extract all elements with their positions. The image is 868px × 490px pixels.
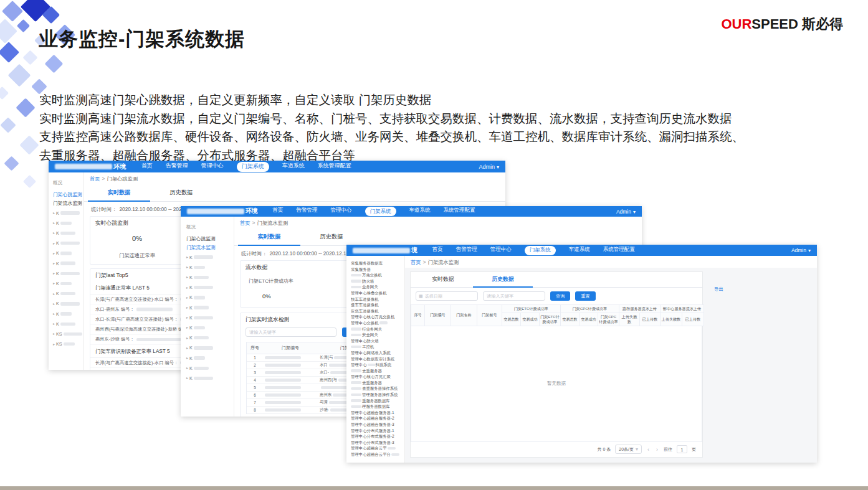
query-button[interactable]: 查询 [550,291,570,301]
nav-item[interactable]: 门架系统 [525,246,556,255]
device-sidebar-item[interactable]: 管理中心防火墙 [351,338,403,344]
reset-button[interactable]: 重置 [575,291,595,301]
device-sidebar-item[interactable]: 采集服务器 [351,266,403,273]
tab-history[interactable]: 历史数据 [473,272,533,288]
nav-item[interactable]: 首页 [273,207,284,216]
nav-item[interactable]: 车道系统 [569,246,590,255]
nav-item[interactable]: 门架系统 [365,207,396,216]
next-page-button[interactable]: › [655,446,659,453]
device-sidebar-item[interactable]: 管理中心网络准入系统 [351,350,403,356]
device-sidebar-item[interactable]: 管理中心超融合云平台 [351,451,403,458]
device-sidebar-item[interactable]: 管理中心超融合云平 [351,445,403,451]
device-sidebar-item[interactable]: 管理中心交换机 [351,320,403,326]
device-sidebar-item[interactable]: 安全网关 [351,332,403,338]
sidebar-item-redacted[interactable]: K [53,208,82,218]
admin-menu[interactable]: Admin [791,247,811,253]
tab-realtime[interactable]: 实时数据 [238,229,300,246]
sidebar-item-redacted[interactable]: K [186,343,232,353]
device-sidebar-item[interactable]: 管理中心堆叠交换机 [351,290,403,296]
nav-item[interactable]: 首页 [432,246,443,255]
device-sidebar-item[interactable]: 去重服务器 [351,368,403,374]
breadcrumb-home[interactable]: 首页 [90,176,100,182]
nav-item[interactable]: 告警管理 [297,207,318,216]
date-input[interactable] [425,294,475,298]
sidebar-item-redacted[interactable]: K [186,373,232,383]
sidebar-item-redacted[interactable]: K [186,323,232,332]
device-sidebar-item[interactable]: 管理中心超融合服务器-1 [351,410,403,416]
nav-item[interactable]: 首页 [141,162,153,172]
device-sidebar-item[interactable]: 理服务器数据库 [351,403,403,410]
export-link[interactable]: 导出 [714,286,723,293]
sidebar-item-redacted[interactable]: K [53,218,82,228]
device-sidebar-item[interactable]: 去重服务器操作系统 [351,385,403,392]
sidebar-item-redacted[interactable]: K [186,353,232,363]
nav-item[interactable]: 系统管理配置 [444,207,475,216]
tab-history[interactable]: 历史数据 [300,229,363,245]
tab-realtime[interactable]: 实时数据 [88,184,150,202]
breadcrumb-home[interactable]: 首页 [411,259,421,265]
sidebar-item-redacted[interactable]: K [53,299,82,309]
device-sidebar-item[interactable]: 管理中心超融合服务器-2 [351,415,403,422]
nav-item[interactable]: 系统管理配置 [318,162,351,172]
device-sidebar-item[interactable]: 管理中心分布式服务器-3 [351,440,403,446]
tab-realtime[interactable]: 实时数据 [413,272,473,287]
device-sidebar-item[interactable]: 行业务网关 [351,326,403,332]
sidebar-item-redacted[interactable]: K [53,248,82,258]
nav-item[interactable]: 管理中心 [490,246,512,255]
sidebar-item-redacted[interactable]: K [186,293,232,303]
nav-item[interactable]: 管理中心 [201,162,224,172]
device-sidebar-item[interactable]: 慢车车道摄像机 [351,302,403,308]
sidebar-menu-item[interactable]: 门架流水监测 [53,199,82,208]
sidebar-item-redacted[interactable]: KS [53,339,82,349]
sidebar-item-redacted[interactable]: K [186,333,232,343]
nav-item[interactable]: 管理中心 [331,207,352,216]
device-sidebar-item[interactable]: 管理中心分布式服务器-1 [351,428,403,434]
sidebar-item-redacted[interactable]: K [53,309,82,319]
sidebar-item-redacted[interactable]: K [53,319,82,329]
sidebar-item-redacted[interactable]: K [53,228,82,238]
date-picker[interactable]: ▦ [416,291,478,301]
device-sidebar-item[interactable]: 重服务器数据库 [351,398,403,404]
sidebar-item-redacted[interactable]: K [53,268,82,278]
device-sidebar-item[interactable]: 防火墙 [351,278,403,285]
sidebar-item-redacted[interactable]: K [53,289,82,299]
device-sidebar-item[interactable]: 管理中心扫描系统 [351,362,403,368]
page-size-select[interactable]: 20条/页 [615,445,642,454]
sidebar-item-redacted[interactable]: K [186,262,232,272]
sidebar-menu-item[interactable]: 门架心跳监测 [53,191,82,199]
page-input[interactable]: 1 [677,445,687,453]
device-sidebar-item[interactable]: 管理中心核心万兆汇聚 [351,374,403,380]
sidebar-item-redacted[interactable]: K [53,278,82,288]
sidebar-item-redacted[interactable]: K [186,303,232,313]
device-sidebar-item[interactable]: 业务网关 [351,284,403,290]
sidebar-item-redacted[interactable]: K [53,238,82,248]
nav-item[interactable]: 告警管理 [456,246,477,255]
nav-item[interactable]: 系统管理配置 [603,246,635,255]
prev-page-button[interactable]: ‹ [646,446,651,453]
nav-item[interactable]: 门架系统 [237,162,269,172]
device-sidebar-item[interactable]: 工控机 [351,344,403,350]
sidebar-item-redacted[interactable]: K [186,363,232,373]
tab-history[interactable]: 历史数据 [150,184,212,201]
sidebar-item-redacted[interactable]: K [186,283,232,293]
device-sidebar-item[interactable]: 管理中心超融合服务器-3 [351,422,403,428]
keyword-input[interactable] [483,291,545,301]
breadcrumb-home[interactable]: 首页 [240,220,250,226]
sidebar-item-redacted[interactable]: K [186,252,232,262]
nav-item[interactable]: 告警管理 [166,162,188,172]
sidebar-item-redacted[interactable]: K [186,313,232,323]
device-sidebar-item[interactable]: 去重服务器 [351,380,403,386]
sidebar-menu-item[interactable]: 门架心跳监测 [186,235,232,243]
sidebar-menu-item[interactable]: 门架流水监测 [186,243,232,252]
sidebar-item-redacted[interactable]: K [53,258,82,268]
device-sidebar-item[interactable]: 管理中心分布式服务器-2 [351,433,403,440]
device-sidebar-item[interactable]: 采集服务器数据库 [351,260,403,266]
sidebar-item-redacted[interactable]: K [186,272,232,282]
device-sidebar-item[interactable]: 万兆交换机 [351,272,403,278]
admin-menu[interactable]: Admin [479,164,499,170]
nav-item[interactable]: 车道系统 [409,207,431,216]
device-sidebar-item[interactable]: 管理中心核心万兆交换机 [351,314,403,320]
device-sidebar-item[interactable]: 应急车道摄像机 [351,308,403,314]
device-sidebar-item[interactable]: 管理中心数据库审计系统 [351,356,403,362]
device-sidebar-item[interactable]: 快车车道摄像机 [351,296,403,303]
